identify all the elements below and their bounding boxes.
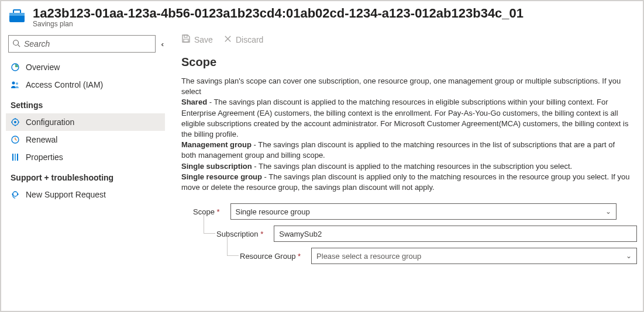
svg-rect-17 (12, 154, 13, 161)
sidebar-section-settings: Settings (6, 93, 165, 113)
subscription-input[interactable]: SwamySub2 (274, 226, 637, 242)
scope-select[interactable]: Single resource group ⌄ (230, 203, 617, 220)
subscription-label: Subscription * (216, 230, 263, 238)
chevron-down-icon: ⌄ (605, 207, 611, 216)
svg-point-20 (13, 192, 18, 196)
scope-form: Scope * Single resource group ⌄ Subscrip… (181, 203, 637, 264)
overview-icon (11, 63, 20, 72)
scope-description: The savings plan's scope can cover one s… (181, 76, 632, 193)
svg-line-16 (15, 140, 17, 140)
resource-group-row: Resource Group * Please select a resourc… (193, 248, 637, 264)
discard-button-label: Discard (236, 35, 263, 44)
main-content: Save Discard Scope The savings plan's sc… (165, 30, 643, 307)
savings-plan-icon (8, 8, 26, 25)
resource-group-select[interactable]: Please select a resource group ⌄ (311, 248, 637, 264)
sidebar: ‹‹ Overview Access Control (IAM) Setting… (1, 30, 165, 307)
svg-rect-18 (15, 154, 16, 161)
svg-rect-2 (9, 13, 25, 16)
scope-select-value: Single resource group (236, 207, 310, 216)
sidebar-item-overview[interactable]: Overview (6, 58, 165, 76)
resource-group-label: Resource Group * (240, 252, 301, 261)
svg-point-9 (14, 121, 16, 123)
sidebar-item-configuration[interactable]: Configuration (6, 113, 165, 131)
chevron-down-icon: ⌄ (626, 252, 632, 260)
discard-icon (223, 34, 232, 45)
svg-rect-21 (12, 193, 13, 195)
search-input-wrapper[interactable] (8, 35, 156, 53)
svg-rect-24 (184, 39, 188, 42)
svg-point-6 (12, 82, 15, 85)
sidebar-item-label: Properties (26, 152, 63, 162)
svg-line-4 (18, 44, 20, 47)
clock-icon (11, 135, 20, 144)
sidebar-item-new-support-request[interactable]: New Support Request (6, 186, 165, 203)
discard-button[interactable]: Discard (223, 34, 263, 45)
svg-point-7 (16, 82, 18, 85)
sidebar-item-renewal[interactable]: Renewal (6, 131, 165, 148)
sidebar-item-properties[interactable]: Properties (6, 148, 165, 166)
save-button[interactable]: Save (181, 34, 213, 45)
properties-icon (11, 152, 20, 162)
svg-rect-19 (17, 154, 18, 161)
save-button-label: Save (194, 35, 213, 44)
svg-rect-22 (18, 193, 19, 195)
subscription-row: Subscription * SwamySub2 (193, 226, 637, 242)
scope-row: Scope * Single resource group ⌄ (193, 203, 637, 220)
search-input[interactable] (24, 39, 151, 48)
sidebar-item-label: Access Control (IAM) (26, 80, 103, 89)
svg-point-3 (13, 40, 19, 45)
support-icon (11, 190, 20, 199)
sidebar-item-access-control[interactable]: Access Control (IAM) (6, 76, 165, 93)
sidebar-item-label: New Support Request (26, 190, 106, 199)
section-title: Scope (181, 56, 637, 69)
sidebar-section-support: Support + troubleshooting (6, 166, 165, 186)
people-icon (11, 80, 20, 89)
toolbar: Save Discard (181, 30, 637, 56)
save-icon (181, 34, 191, 45)
subscription-value: SwamySub2 (279, 230, 322, 238)
resource-group-placeholder: Please select a resource group (316, 252, 421, 261)
sidebar-item-label: Overview (26, 63, 60, 72)
search-icon (12, 39, 20, 49)
sidebar-item-label: Configuration (26, 117, 74, 127)
page-subtitle: Savings plan (33, 20, 524, 28)
gear-icon (11, 117, 20, 127)
page-title: 1a23b123-01aa-123a-4b56-0123a1b23cd4:01a… (33, 6, 524, 21)
sidebar-item-label: Renewal (26, 135, 57, 144)
page-header: 1a23b123-01aa-123a-4b56-0123a1b23cd4:01a… (1, 1, 643, 30)
